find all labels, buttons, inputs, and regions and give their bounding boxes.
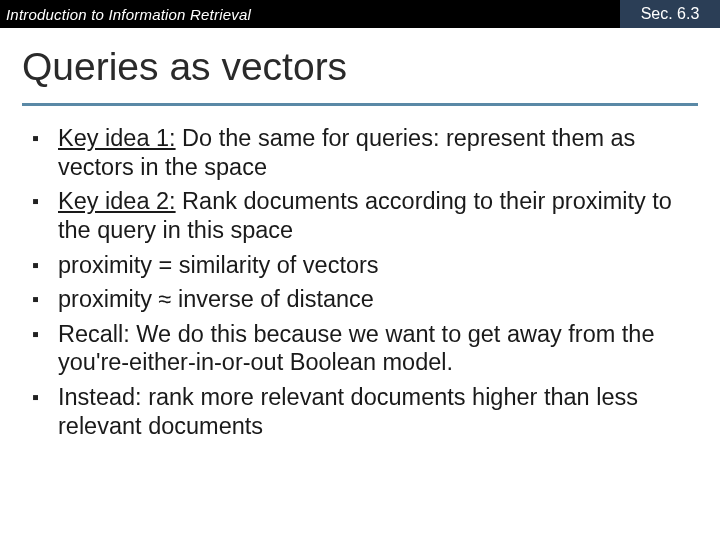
- bullet-list: Key idea 1: Do the same for queries: rep…: [28, 124, 698, 441]
- bullet-rest: Recall: We do this because we want to ge…: [58, 321, 655, 376]
- list-item: proximity ≈ inverse of distance: [28, 285, 698, 314]
- list-item: Key idea 2: Rank documents according to …: [28, 187, 698, 244]
- bullet-rest: proximity ≈ inverse of distance: [58, 286, 374, 312]
- list-item: Instead: rank more relevant documents hi…: [28, 383, 698, 440]
- header-bar: Introduction to Information Retrieval Se…: [0, 0, 720, 28]
- bullet-lead: Key idea 2:: [58, 188, 176, 214]
- course-title: Introduction to Information Retrieval: [0, 0, 620, 28]
- bullet-rest: proximity = similarity of vectors: [58, 252, 379, 278]
- slide: Introduction to Information Retrieval Se…: [0, 0, 720, 540]
- list-item: Key idea 1: Do the same for queries: rep…: [28, 124, 698, 181]
- slide-body: Key idea 1: Do the same for queries: rep…: [0, 106, 720, 447]
- section-label: Sec. 6.3: [620, 0, 720, 28]
- list-item: proximity = similarity of vectors: [28, 251, 698, 280]
- title-wrap: Queries as vectors: [0, 28, 720, 95]
- bullet-rest: Instead: rank more relevant documents hi…: [58, 384, 638, 439]
- bullet-lead: Key idea 1:: [58, 125, 176, 151]
- list-item: Recall: We do this because we want to ge…: [28, 320, 698, 377]
- slide-title: Queries as vectors: [22, 46, 698, 89]
